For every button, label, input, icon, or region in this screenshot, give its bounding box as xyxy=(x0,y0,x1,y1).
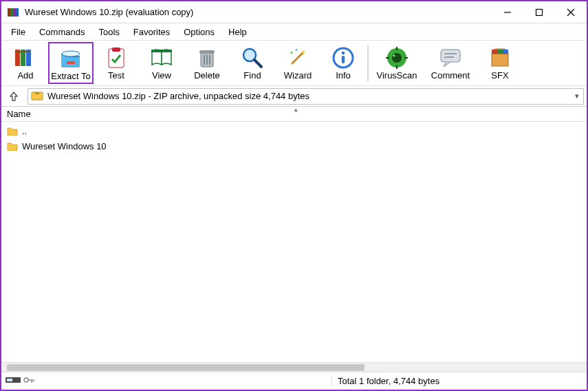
wand-icon xyxy=(285,45,310,70)
sort-indicator-icon: ▴ xyxy=(294,106,298,113)
comment-icon xyxy=(438,45,463,70)
tool-add[interactable]: Add xyxy=(3,42,48,84)
address-bar: Wureset Windows 10.zip - ZIP archive, un… xyxy=(1,86,587,107)
tool-find[interactable]: Find xyxy=(230,42,275,84)
scrollbar-thumb[interactable] xyxy=(7,364,364,371)
drive-icon xyxy=(6,376,21,386)
list-item[interactable]: Wureset Windows 10 xyxy=(1,138,587,154)
menu-bar: File Commands Tools Favorites Options He… xyxy=(1,23,587,40)
info-icon xyxy=(331,45,356,70)
svg-rect-12 xyxy=(67,61,75,64)
svg-rect-17 xyxy=(199,50,215,54)
menu-file[interactable]: File xyxy=(4,25,32,39)
open-book-icon xyxy=(149,45,174,70)
folder-open-icon xyxy=(58,46,83,71)
tool-test[interactable]: Test xyxy=(94,42,139,84)
file-name: .. xyxy=(22,126,27,136)
address-field[interactable]: Wureset Windows 10.zip - ZIP archive, un… xyxy=(28,88,584,105)
svg-rect-42 xyxy=(35,92,39,94)
folder-icon xyxy=(7,126,18,136)
magnifier-icon xyxy=(240,45,265,70)
virus-icon xyxy=(384,45,409,70)
status-bar: Total 1 folder, 4,744 bytes xyxy=(1,372,587,390)
tool-comment[interactable]: Comment xyxy=(424,42,477,84)
folder-icon xyxy=(7,141,18,151)
tool-view[interactable]: View xyxy=(139,42,184,84)
archive-icon xyxy=(31,89,43,103)
svg-rect-37 xyxy=(492,54,508,66)
svg-rect-39 xyxy=(497,50,503,54)
horizontal-scrollbar[interactable] xyxy=(1,362,587,372)
svg-point-25 xyxy=(342,52,345,55)
minimize-button[interactable] xyxy=(492,1,523,23)
tool-info-label: Info xyxy=(336,70,351,81)
app-icon xyxy=(7,6,19,19)
tool-info[interactable]: Info xyxy=(320,42,366,84)
column-header[interactable]: Name ▴ xyxy=(1,107,587,122)
tool-sfx-label: SFX xyxy=(491,70,508,81)
tool-wizard[interactable]: Wizard xyxy=(275,42,320,84)
tool-delete-label: Delete xyxy=(194,70,220,81)
svg-rect-38 xyxy=(492,50,497,54)
svg-rect-14 xyxy=(112,47,120,52)
tool-test-label: Test xyxy=(108,70,124,81)
tool-extract-to[interactable]: Extract To xyxy=(48,42,94,84)
svg-rect-44 xyxy=(7,379,12,381)
maximize-button[interactable] xyxy=(523,1,555,23)
svg-rect-15 xyxy=(151,50,172,52)
tool-delete[interactable]: Delete xyxy=(184,42,230,84)
window-controls xyxy=(492,1,587,23)
tool-comment-label: Comment xyxy=(431,70,470,81)
menu-tools[interactable]: Tools xyxy=(91,25,126,39)
svg-point-11 xyxy=(62,51,80,56)
list-item[interactable]: .. xyxy=(1,123,587,138)
key-icon xyxy=(23,376,34,386)
file-name: Wureset Windows 10 xyxy=(22,141,107,151)
svg-rect-2 xyxy=(13,8,16,17)
svg-rect-13 xyxy=(109,49,124,67)
toolbar-separator xyxy=(367,45,369,81)
svg-line-23 xyxy=(292,52,303,63)
tool-extract-label: Extract To xyxy=(51,71,91,81)
svg-point-45 xyxy=(24,378,28,382)
menu-commands[interactable]: Commands xyxy=(32,25,91,39)
menu-options[interactable]: Options xyxy=(177,25,221,39)
svg-rect-0 xyxy=(8,8,10,17)
svg-rect-34 xyxy=(441,50,460,62)
svg-point-29 xyxy=(393,55,395,57)
tool-sfx[interactable]: SFX xyxy=(477,42,523,84)
title-bar: Wureset Windows 10.zip (evaluation copy) xyxy=(1,1,587,23)
column-name: Name xyxy=(7,109,31,119)
tool-add-label: Add xyxy=(17,70,33,81)
box-icon xyxy=(488,45,512,70)
svg-line-22 xyxy=(254,60,261,67)
tool-find-label: Find xyxy=(243,70,261,81)
tool-virusscan-label: VirusScan xyxy=(376,70,417,81)
clipboard-check-icon xyxy=(104,45,129,70)
svg-rect-3 xyxy=(16,8,19,17)
chevron-down-icon[interactable]: ▾ xyxy=(575,92,579,101)
tool-virusscan[interactable]: VirusScan xyxy=(370,42,424,84)
up-button[interactable] xyxy=(4,88,23,105)
tool-view-label: View xyxy=(152,70,171,81)
menu-help[interactable]: Help xyxy=(221,25,254,39)
svg-rect-5 xyxy=(536,9,543,15)
status-left xyxy=(1,376,331,386)
address-text: Wureset Windows 10.zip - ZIP archive, un… xyxy=(47,91,309,101)
status-summary: Total 1 folder, 4,744 bytes xyxy=(331,376,587,386)
books-icon xyxy=(13,45,38,70)
svg-point-28 xyxy=(392,53,402,63)
close-button[interactable] xyxy=(555,1,587,23)
window-title: Wureset Windows 10.zip (evaluation copy) xyxy=(25,7,492,17)
svg-rect-40 xyxy=(503,50,508,54)
menu-favorites[interactable]: Favorites xyxy=(127,25,177,39)
svg-rect-26 xyxy=(342,56,345,63)
trash-icon xyxy=(195,45,219,70)
file-list[interactable]: .. Wureset Windows 10 xyxy=(1,122,587,362)
toolbar: Add Extract To Test xyxy=(1,40,587,86)
tool-wizard-label: Wizard xyxy=(284,70,312,81)
svg-rect-1 xyxy=(10,8,13,17)
